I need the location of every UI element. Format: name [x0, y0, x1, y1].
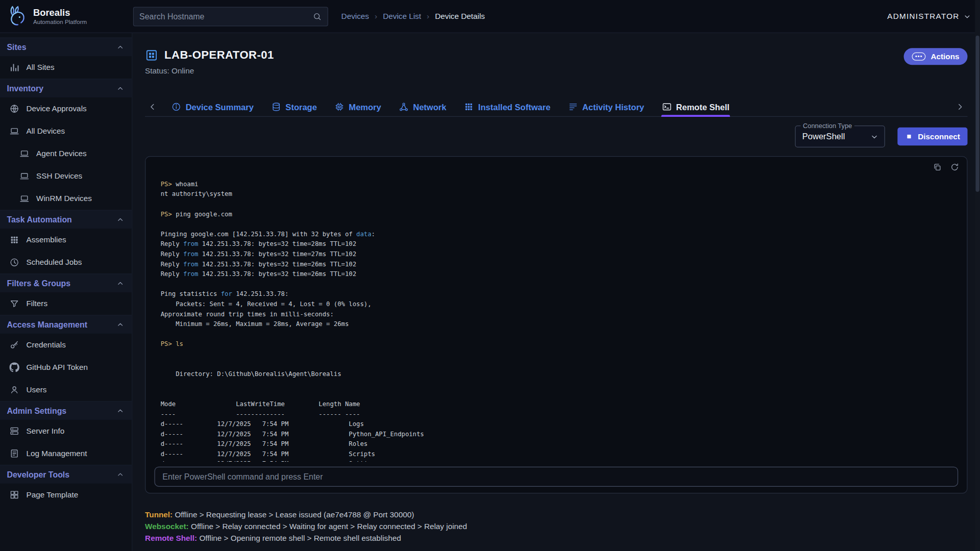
storage-icon [271, 102, 281, 112]
terminal-line [161, 199, 958, 210]
sidebar-item-github-api-token[interactable]: GitHub API Token [0, 356, 132, 379]
tab-remote-shell[interactable]: Remote Shell [661, 98, 730, 116]
chevron-down-icon [869, 132, 879, 142]
scrollbar-thumb[interactable] [975, 36, 979, 192]
sidebar-item-filters[interactable]: Filters [0, 292, 132, 315]
breadcrumb-device-details: Device Details [435, 12, 485, 20]
page-scrollbar[interactable] [975, 0, 980, 551]
terminal-output[interactable]: PS> whoamint authority\system PS> ping g… [161, 179, 958, 461]
sidebar-item-all-sites[interactable]: All Sites [0, 56, 132, 79]
tab-network[interactable]: Network [398, 98, 447, 116]
github-icon [9, 362, 19, 372]
sidebar-item-all-devices[interactable]: All Devices [0, 120, 132, 142]
status-line-label: Websocket: [145, 522, 189, 531]
search-box[interactable] [133, 7, 328, 26]
status-line-remote-shell: Remote Shell: Offline > Opening remote s… [145, 533, 967, 544]
sidebar-item-page-template[interactable]: Page Template [0, 484, 132, 506]
sidebar-item-label: Log Management [26, 449, 87, 458]
sidebar-item-device-approvals[interactable]: Device Approvals [0, 97, 132, 120]
sidebar-item-label: WinRM Devices [36, 194, 92, 203]
connection-type-select[interactable]: Connection Type PowerShell [795, 126, 885, 147]
sidebar-section-filters-groups[interactable]: Filters & Groups [0, 273, 132, 292]
key-icon [9, 340, 19, 350]
sidebar-section-access-management[interactable]: Access Management [0, 315, 132, 334]
template-icon [9, 490, 19, 500]
sidebar-item-agent-devices[interactable]: Agent Devices [0, 142, 132, 165]
tabs-scroll-left-button[interactable] [145, 98, 160, 116]
disconnect-button[interactable]: Disconnect [897, 128, 968, 146]
tabs-scroll-right-button[interactable] [952, 98, 967, 116]
breadcrumb-devices[interactable]: Devices [341, 12, 369, 20]
memory-icon [334, 102, 345, 112]
connection-type-label: Connection Type [800, 122, 854, 130]
sidebar-section-sites[interactable]: Sites [0, 37, 132, 56]
sidebar-section-task-automation[interactable]: Task Automation [0, 210, 132, 229]
sidebar-item-assemblies[interactable]: Assemblies [0, 229, 132, 251]
tab-label: Activity History [582, 102, 644, 111]
sidebar-section-label: Admin Settings [7, 406, 66, 415]
sidebar-item-label: Assemblies [26, 236, 66, 244]
sidebar-item-credentials[interactable]: Credentials [0, 334, 132, 356]
search-icon [312, 12, 322, 21]
terminal-line [161, 379, 958, 389]
device-name: LAB-OPERATOR-01 [164, 48, 274, 62]
info-icon [172, 102, 182, 112]
sidebar-item-winrm-devices[interactable]: WinRM Devices [0, 187, 132, 210]
terminal-line [161, 279, 958, 289]
tab-label: Network [413, 102, 446, 111]
brand: Borealis Automation Platform [0, 5, 133, 29]
sidebar-item-users[interactable]: Users [0, 379, 132, 401]
terminal-icon [662, 102, 672, 112]
copy-output-button[interactable] [933, 162, 942, 174]
status-line-text: Offline > Requesting lease > Lease issue… [173, 510, 414, 519]
sidebar-item-label: Server Info [26, 427, 64, 435]
sidebar-section-label: Inventory [7, 84, 43, 93]
terminal-line: PS> ls [161, 339, 958, 349]
breadcrumb-device-list[interactable]: Device List [383, 12, 421, 20]
dots-icon: ••• [912, 53, 926, 60]
chevron-up-icon [116, 42, 125, 52]
sidebar-section-admin-settings[interactable]: Admin Settings [0, 401, 132, 420]
terminal-line: Reply from 142.251.33.78: bytes=32 time=… [161, 239, 958, 249]
chevron-left-icon [148, 102, 158, 112]
actions-button-label: Actions [930, 52, 959, 61]
sidebar-item-ssh-devices[interactable]: SSH Devices [0, 165, 132, 187]
terminal-panel: PS> whoamint authority\system PS> ping g… [145, 156, 967, 493]
shell-command-input[interactable] [154, 467, 958, 487]
device-title: LAB-OPERATOR-01 [145, 48, 274, 62]
actions-button[interactable]: ••• Actions [904, 48, 968, 65]
devices-icon [19, 171, 30, 182]
grid-icon [9, 235, 19, 245]
sidebar: SitesAll SitesInventoryDevice ApprovalsA… [0, 33, 133, 551]
terminal-line: PS> whoami [161, 179, 958, 189]
user-menu-label: ADMINISTRATOR [887, 12, 959, 20]
sidebar-section-label: Filters & Groups [7, 279, 70, 288]
sidebar-section-developer-tools[interactable]: Developer Tools [0, 465, 132, 484]
apps-icon [464, 102, 474, 112]
connection-status-lines: Tunnel: Offline > Requesting lease > Lea… [133, 493, 980, 544]
sidebar-item-scheduled-jobs[interactable]: Scheduled Jobs [0, 251, 132, 273]
search-input[interactable] [139, 12, 312, 21]
sidebar-item-label: Device Approvals [26, 104, 86, 113]
sidebar-item-server-info[interactable]: Server Info [0, 420, 132, 442]
chevron-down-icon [963, 12, 972, 21]
clock-icon [9, 257, 19, 267]
tab-installed-software[interactable]: Installed Software [463, 98, 551, 116]
sidebar-item-label: Page Template [26, 490, 78, 499]
refresh-icon [950, 162, 959, 171]
refresh-output-button[interactable] [950, 162, 959, 174]
sidebar-section-inventory[interactable]: Inventory [0, 79, 132, 97]
user-menu[interactable]: ADMINISTRATOR [887, 12, 972, 21]
chevron-up-icon [116, 215, 125, 224]
status-line-text: Offline > Relay connected > Waiting for … [189, 522, 467, 531]
terminal-line: ---- ------------- ------ ---- [161, 409, 958, 419]
tab-device-summary[interactable]: Device Summary [170, 98, 254, 116]
chevron-up-icon [116, 406, 125, 415]
tab-activity-history[interactable]: Activity History [567, 98, 645, 116]
approvals-icon [9, 104, 19, 114]
sidebar-item-label: GitHub API Token [26, 363, 88, 371]
sidebar-item-label: Users [26, 386, 46, 394]
sidebar-item-log-management[interactable]: Log Management [0, 442, 132, 465]
tab-storage[interactable]: Storage [271, 98, 317, 116]
tab-memory[interactable]: Memory [334, 98, 382, 116]
